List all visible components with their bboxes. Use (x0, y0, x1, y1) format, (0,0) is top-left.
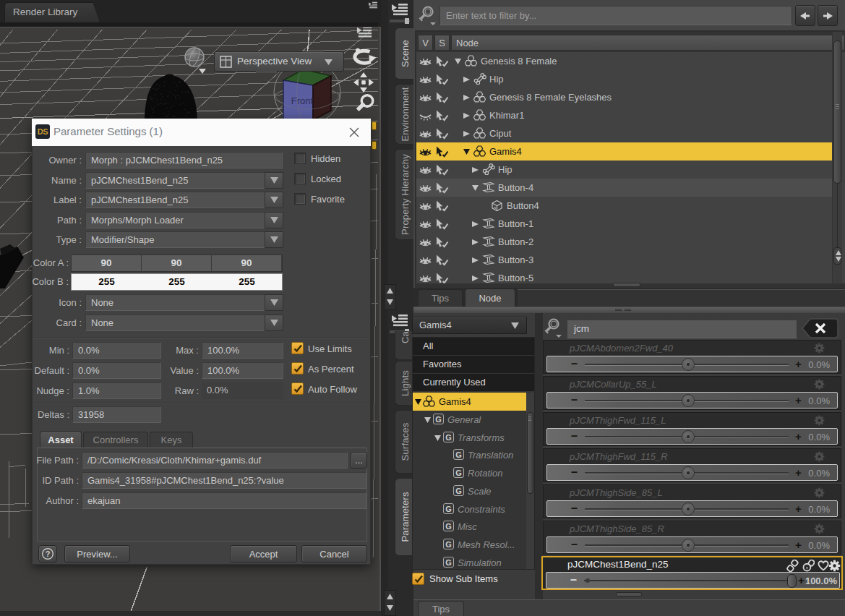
svg-text:?: ? (46, 549, 51, 558)
svg-text:Front: Front (291, 95, 314, 106)
